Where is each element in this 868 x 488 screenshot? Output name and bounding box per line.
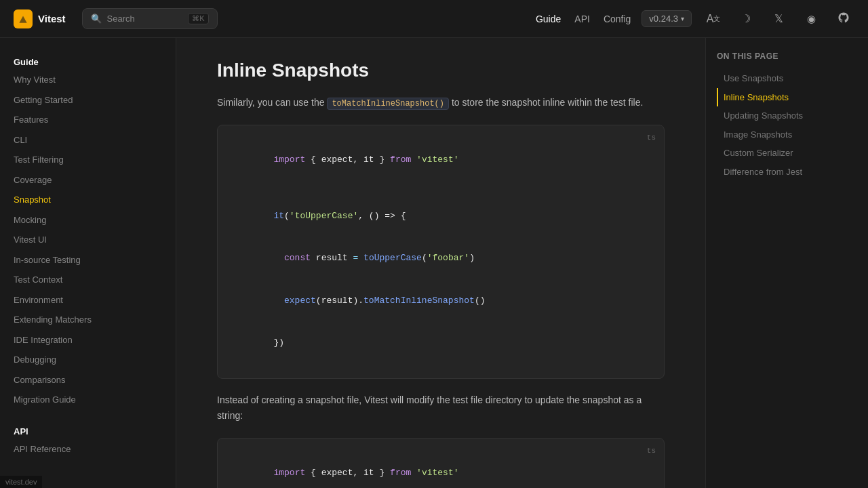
sidebar-item-migration-guide[interactable]: Migration Guide — [0, 390, 176, 410]
code-line — [231, 181, 650, 195]
logo-text: Vitest — [38, 13, 66, 24]
translate-button[interactable]: A 文 — [703, 8, 724, 30]
sidebar-item-vitest-ui[interactable]: Vitest UI — [0, 230, 176, 250]
sidebar-item-snapshot[interactable]: Snapshot — [0, 190, 176, 210]
on-this-page-title: On this page — [717, 52, 857, 61]
topnav-left: Vitest 🔍 Search ⌘K — [14, 8, 218, 29]
status-url: vitest.dev — [5, 478, 37, 486]
sidebar-section-guide: Guide Why Vitest Getting Started Feature… — [0, 52, 176, 410]
top-nav: Vitest 🔍 Search ⌘K Guide API Config v0.2… — [0, 0, 868, 38]
version-dropdown[interactable]: v0.24.3 ▾ — [642, 10, 692, 27]
github-link[interactable] — [833, 8, 854, 30]
logo[interactable]: Vitest — [14, 9, 66, 28]
code-badge-2: ts — [647, 445, 656, 458]
sidebar-item-api-reference[interactable]: API Reference — [0, 439, 176, 460]
translate-icon-sub: 文 — [713, 14, 720, 24]
code-badge-1: ts — [647, 132, 656, 144]
toc-item-updating-snapshots[interactable]: Updating Snapshots — [717, 106, 857, 125]
search-box[interactable]: 🔍 Search ⌘K — [82, 8, 218, 29]
sidebar-item-extending-matchers[interactable]: Extending Matchers — [0, 310, 176, 330]
right-sidebar: On this page Use Snapshots Inline Snapsh… — [705, 38, 868, 488]
sidebar-section-api: API API Reference — [0, 421, 176, 460]
toc-item-difference-from-jest[interactable]: Difference from Jest — [717, 163, 857, 182]
code-line: expect(result).toMatchInlineSnapshot() — [231, 280, 650, 322]
moon-icon: ☽ — [741, 12, 751, 25]
code-keyword: import — [273, 155, 305, 165]
github-icon — [837, 12, 850, 26]
topnav-right: Guide API Config v0.24.3 ▾ A 文 ☽ 𝕏 ◉ — [536, 8, 854, 30]
sidebar-item-in-source-testing[interactable]: In-source Testing — [0, 250, 176, 270]
search-label: Search — [107, 14, 135, 24]
sidebar-item-getting-started[interactable]: Getting Started — [0, 90, 176, 110]
toc-item-use-snapshots[interactable]: Use Snapshots — [717, 69, 857, 88]
code-line: const result = toUpperCase('foobar') — [231, 237, 650, 279]
sidebar-item-test-filtering[interactable]: Test Filtering — [0, 150, 176, 170]
middle-paragraph: Instead of creating a snapshot file, Vit… — [217, 392, 665, 425]
page-title: Inline Snapshots — [217, 60, 665, 81]
inline-code-tomatch: toMatchInlineSnapshot() — [327, 98, 449, 110]
code-line: it('toUpperCase', () => { — [231, 195, 650, 237]
toc-item-image-snapshots[interactable]: Image Snapshots — [717, 125, 857, 144]
translate-icon: A — [707, 13, 714, 25]
nav-link-config[interactable]: Config — [604, 14, 631, 24]
toc-item-inline-snapshots[interactable]: Inline Snapshots — [717, 88, 857, 107]
sidebar-item-test-context[interactable]: Test Context — [0, 270, 176, 290]
sidebar-item-coverage[interactable]: Coverage — [0, 170, 176, 190]
sidebar-item-features[interactable]: Features — [0, 110, 176, 130]
sidebar-item-environment[interactable]: Environment — [0, 290, 176, 310]
toc-item-custom-serializer[interactable]: Custom Serializer — [717, 144, 857, 163]
theme-toggle-button[interactable]: ☽ — [735, 8, 757, 30]
discord-link[interactable]: ◉ — [800, 8, 822, 30]
intro-text-2: to store the snapshot inline within the … — [452, 97, 644, 108]
sidebar-item-comparisons[interactable]: Comparisons — [0, 370, 176, 390]
twitter-icon: 𝕏 — [774, 12, 783, 25]
twitter-link[interactable]: 𝕏 — [768, 8, 789, 30]
main-content: Inline Snapshots Similarly, you can use … — [176, 38, 705, 488]
chevron-down-icon: ▾ — [681, 15, 684, 22]
sidebar-item-ide-integration[interactable]: IDE Integration — [0, 330, 176, 350]
left-sidebar: Guide Why Vitest Getting Started Feature… — [0, 38, 176, 488]
sidebar-section-guide-label: Guide — [0, 52, 176, 70]
search-icon: 🔍 — [91, 14, 102, 24]
logo-icon — [14, 9, 33, 28]
status-bar: vitest.dev — [0, 476, 42, 488]
sidebar-section-api-label: API — [0, 421, 176, 439]
nav-links: Guide API Config — [536, 14, 631, 24]
code-block-2: ts import { expect, it } from 'vitest' i… — [217, 438, 665, 488]
sidebar-item-debugging[interactable]: Debugging — [0, 350, 176, 370]
code-block-1: ts import { expect, it } from 'vitest' i… — [217, 125, 665, 379]
nav-link-api[interactable]: API — [574, 14, 590, 24]
intro-text-1: Similarly, you can use the — [217, 97, 324, 108]
nav-link-guide[interactable]: Guide — [536, 14, 561, 24]
code-line: import { expect, it } from 'vitest' — [231, 139, 650, 181]
sidebar-item-why-vitest[interactable]: Why Vitest — [0, 70, 176, 90]
page-body: Guide Why Vitest Getting Started Feature… — [0, 38, 868, 488]
code-line: }) — [231, 322, 650, 364]
search-shortcut: ⌘K — [188, 13, 208, 24]
version-text: v0.24.3 — [649, 14, 678, 24]
discord-icon: ◉ — [807, 13, 816, 25]
sidebar-item-mocking[interactable]: Mocking — [0, 210, 176, 230]
sidebar-item-cli[interactable]: CLI — [0, 130, 176, 150]
code-line: import { expect, it } from 'vitest' — [231, 452, 650, 488]
intro-paragraph: Similarly, you can use the toMatchInline… — [217, 95, 665, 111]
